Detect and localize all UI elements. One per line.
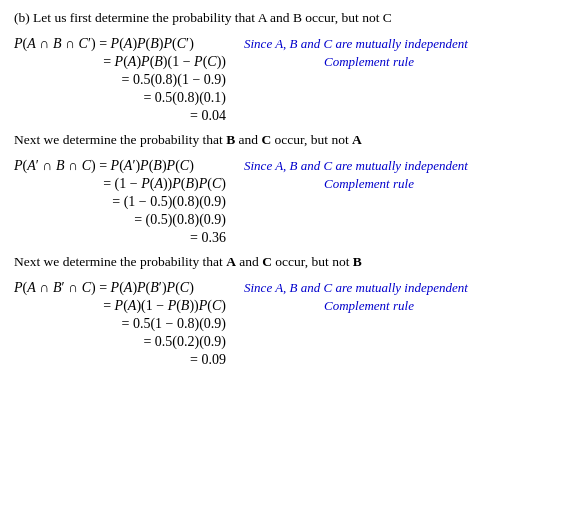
block2-eq1-annotation: Since A, B and C are mutually independen… (244, 158, 468, 174)
block2-row5: = 0.36 (14, 230, 554, 246)
block1-eq4: = 0.5(0.8)(0.1) (14, 90, 234, 106)
block3-eq1-annotation: Since A, B and C are mutually independen… (244, 280, 468, 296)
block1-eq1-left: P(A ∩ B ∩ C′) = P(A)P(B)P(C′) (14, 36, 234, 52)
block1-row1: P(A ∩ B ∩ C′) = P(A)P(B)P(C′) Since A, B… (14, 36, 554, 52)
block2-row1: P(A′ ∩ B ∩ C) = P(A′)P(B)P(C) Since A, B… (14, 158, 554, 174)
block3-eq2-annotation: Complement rule (324, 298, 414, 314)
block3: P(A ∩ B′ ∩ C) = P(A)P(B′)P(C) Since A, B… (14, 280, 554, 368)
part-b-label: (b) Let us first determine the probabili… (14, 10, 554, 26)
block2-eq5: = 0.36 (14, 230, 234, 246)
block3-row5: = 0.09 (14, 352, 554, 368)
block2-eq2-annotation: Complement rule (324, 176, 414, 192)
block3-eq3: = 0.5(1 − 0.8)(0.9) (14, 316, 234, 332)
section2-label: Next we determine the probability that B… (14, 132, 554, 148)
block2-eq1-left: P(A′ ∩ B ∩ C) = P(A′)P(B)P(C) (14, 158, 234, 174)
block3-row2: = P(A)(1 − P(B))P(C) Complement rule (14, 298, 554, 314)
block1-row3: = 0.5(0.8)(1 − 0.9) (14, 72, 554, 88)
block1-eq2-annotation: Complement rule (324, 54, 414, 70)
block1: P(A ∩ B ∩ C′) = P(A)P(B)P(C′) Since A, B… (14, 36, 554, 124)
block2-row2: = (1 − P(A))P(B)P(C) Complement rule (14, 176, 554, 192)
block3-eq4: = 0.5(0.2)(0.9) (14, 334, 234, 350)
block2-eq4: = (0.5)(0.8)(0.9) (14, 212, 234, 228)
block1-row2: = P(A)P(B)(1 − P(C)) Complement rule (14, 54, 554, 70)
section3-label: Next we determine the probability that A… (14, 254, 554, 270)
block2-eq3: = (1 − 0.5)(0.8)(0.9) (14, 194, 234, 210)
block3-ann1-text: Since A, B and C are mutually independen… (244, 280, 468, 295)
block2-ann1-text: Since A, B and C are mutually independen… (244, 158, 468, 173)
block1-eq3: = 0.5(0.8)(1 − 0.9) (14, 72, 234, 88)
block2-row3: = (1 − 0.5)(0.8)(0.9) (14, 194, 554, 210)
block1-row5: = 0.04 (14, 108, 554, 124)
block2-ann2-text: Complement rule (324, 176, 414, 191)
block2: P(A′ ∩ B ∩ C) = P(A′)P(B)P(C) Since A, B… (14, 158, 554, 246)
block3-eq1-left: P(A ∩ B′ ∩ C) = P(A)P(B′)P(C) (14, 280, 234, 296)
block3-eq5: = 0.09 (14, 352, 234, 368)
intro-text-content: (b) Let us first determine the probabili… (14, 10, 392, 25)
block3-eq2-left: = P(A)(1 − P(B))P(C) (14, 298, 234, 314)
block1-eq5: = 0.04 (14, 108, 234, 124)
block1-row4: = 0.5(0.8)(0.1) (14, 90, 554, 106)
block3-row4: = 0.5(0.2)(0.9) (14, 334, 554, 350)
block1-ann1-text: Since A, B and C are mutually independen… (244, 36, 468, 51)
block1-eq1-annotation: Since A, B and C are mutually independen… (244, 36, 468, 52)
block2-eq2-left: = (1 − P(A))P(B)P(C) (14, 176, 234, 192)
block3-row1: P(A ∩ B′ ∩ C) = P(A)P(B′)P(C) Since A, B… (14, 280, 554, 296)
block3-ann2-text: Complement rule (324, 298, 414, 313)
block1-ann2-text: Complement rule (324, 54, 414, 69)
block1-eq2-left: = P(A)P(B)(1 − P(C)) (14, 54, 234, 70)
block3-row3: = 0.5(1 − 0.8)(0.9) (14, 316, 554, 332)
block2-row4: = (0.5)(0.8)(0.9) (14, 212, 554, 228)
